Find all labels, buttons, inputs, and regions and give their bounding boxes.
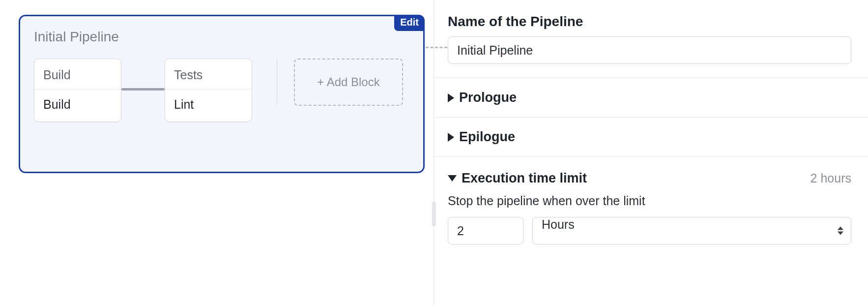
block-job: Build <box>34 90 121 122</box>
block-name: Build <box>34 59 121 90</box>
exec-limit-label: Execution time limit <box>462 171 587 186</box>
chevron-right-icon <box>448 93 454 102</box>
block-build[interactable]: Build Build <box>34 59 121 122</box>
scrollbar-thumb[interactable] <box>432 202 436 226</box>
block-connector <box>121 88 165 91</box>
pipeline-title: Initial Pipeline <box>34 29 409 45</box>
exec-limit-toggle[interactable]: Execution time limit 2 hours <box>448 171 851 186</box>
pipeline-card[interactable]: Edit Initial Pipeline Build Build Tests … <box>19 15 425 173</box>
pipeline-name-input[interactable] <box>448 36 851 64</box>
prologue-toggle[interactable]: Prologue <box>448 90 851 105</box>
prologue-label: Prologue <box>459 90 517 105</box>
epilogue-toggle[interactable]: Epilogue <box>448 129 851 145</box>
pipeline-canvas: Edit Initial Pipeline Build Build Tests … <box>0 0 434 305</box>
exec-limit-description: Stop the pipeline when over the limit <box>448 194 851 208</box>
add-block-button[interactable]: + Add Block <box>294 59 403 106</box>
pipeline-name-label: Name of the Pipeline <box>448 14 851 30</box>
exec-limit-unit-select[interactable]: Hours <box>532 217 851 244</box>
chevron-right-icon <box>448 133 454 142</box>
block-job: Lint <box>165 90 252 122</box>
settings-panel: Name of the Pipeline Prologue Epilogue <box>434 0 868 305</box>
exec-limit-value-input[interactable] <box>448 217 523 244</box>
exec-limit-summary: 2 hours <box>810 171 851 185</box>
block-tests[interactable]: Tests Lint <box>165 59 252 122</box>
vertical-divider <box>277 59 277 106</box>
chevron-down-icon <box>448 175 457 182</box>
epilogue-label: Epilogue <box>459 129 515 145</box>
edit-button[interactable]: Edit <box>394 15 425 31</box>
block-name: Tests <box>165 59 252 90</box>
blocks-group: Build Build Tests Lint <box>34 59 252 122</box>
